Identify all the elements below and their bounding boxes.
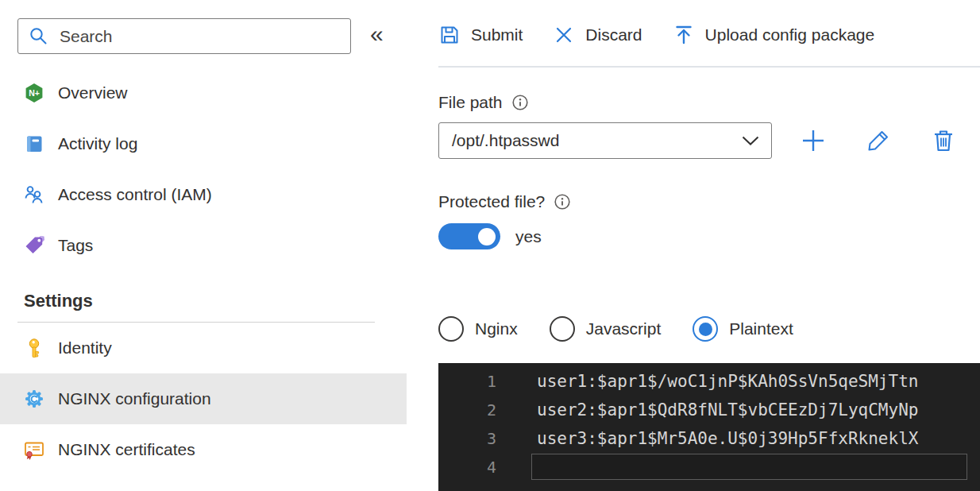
save-icon bbox=[438, 24, 461, 46]
sidebar-item-label: Tags bbox=[58, 236, 93, 255]
sidebar-item-nginx-certificates[interactable]: NGINX certificates bbox=[0, 424, 407, 475]
info-icon[interactable] bbox=[511, 94, 529, 111]
upload-icon bbox=[673, 24, 695, 46]
editor-line-current: 4 bbox=[438, 453, 980, 481]
toggle-knob bbox=[478, 228, 496, 246]
protected-file-label: Protected file? bbox=[438, 192, 545, 211]
upload-config-package-button[interactable]: Upload config package bbox=[673, 24, 875, 46]
certificate-icon bbox=[24, 439, 44, 460]
sidebar-item-activity-log[interactable]: Activity log bbox=[0, 118, 407, 169]
close-x-icon bbox=[553, 24, 575, 46]
file-path-value: /opt/.htpasswd bbox=[452, 131, 559, 150]
radio-circle bbox=[438, 316, 464, 342]
radio-label: Plaintext bbox=[729, 319, 793, 338]
sidebar-nav: N+ Overview Activity log Access control … bbox=[0, 68, 407, 475]
activity-log-icon bbox=[24, 133, 44, 154]
sidebar-item-nginx-configuration[interactable]: NGINX configuration bbox=[0, 373, 407, 424]
add-file-button[interactable] bbox=[799, 126, 828, 155]
file-path-actions bbox=[799, 126, 958, 155]
editor-current-line-box bbox=[531, 454, 967, 480]
command-bar: Submit Discard Upload config package bbox=[438, 21, 980, 48]
file-path-label: File path bbox=[438, 93, 503, 112]
svg-text:N+: N+ bbox=[29, 88, 40, 98]
file-path-dropdown[interactable]: /opt/.htpasswd bbox=[438, 122, 772, 159]
sidebar-item-access-control[interactable]: Access control (IAM) bbox=[0, 169, 407, 220]
protected-file-label-row: Protected file? bbox=[438, 191, 980, 212]
code-editor[interactable]: 1 user1:$apr1$/woC1jnP$KAh0SsVn5qeSMjTtn… bbox=[438, 363, 980, 491]
nginx-logo-icon: N+ bbox=[24, 83, 44, 103]
chevron-down-icon bbox=[742, 136, 759, 145]
search-icon bbox=[29, 26, 49, 47]
discard-label: Discard bbox=[585, 25, 642, 44]
protected-file-toggle-row: yes bbox=[438, 223, 980, 249]
key-icon bbox=[24, 338, 44, 358]
sidebar-item-identity[interactable]: Identity bbox=[0, 323, 407, 373]
editor-line: 3 user3:$apr1$Mr5A0e.U$0j39Hp5FfxRkneklX bbox=[438, 424, 980, 453]
line-content: user2:$apr1$QdR8fNLT$vbCEEzDj7LyqCMyNp bbox=[537, 400, 918, 419]
toolbar-divider bbox=[438, 66, 980, 68]
radio-plaintext[interactable]: Plaintext bbox=[693, 316, 793, 342]
upload-label: Upload config package bbox=[705, 25, 875, 44]
settings-section-header: Settings bbox=[0, 271, 407, 322]
sidebar-item-tags[interactable]: Tags bbox=[0, 220, 407, 271]
radio-nginx[interactable]: Nginx bbox=[438, 316, 518, 342]
line-number: 1 bbox=[438, 372, 496, 391]
sidebar-item-label: Identity bbox=[58, 338, 112, 358]
nginx-configuration-page: « N+ Overview Activity log Access contro… bbox=[0, 0, 980, 491]
search-input[interactable] bbox=[60, 27, 341, 46]
line-content: user3:$apr1$Mr5A0e.U$0j39Hp5FfxRkneklX bbox=[537, 429, 918, 448]
tags-icon bbox=[24, 235, 44, 256]
sidebar-item-label: NGINX configuration bbox=[58, 389, 211, 408]
syntax-radio-group: Nginx Javascript Plaintext bbox=[438, 316, 980, 342]
gear-sync-icon bbox=[24, 389, 44, 409]
radio-label: Nginx bbox=[475, 319, 518, 338]
radio-label: Javascript bbox=[586, 319, 662, 338]
edit-file-button[interactable] bbox=[864, 126, 893, 155]
search-box[interactable] bbox=[17, 18, 351, 54]
line-number: 4 bbox=[438, 458, 496, 477]
radio-circle bbox=[550, 316, 575, 342]
sidebar-item-label: NGINX certificates bbox=[58, 440, 195, 459]
info-icon[interactable] bbox=[554, 193, 571, 211]
editor-line: 1 user1:$apr1$/woC1jnP$KAh0SsVn5qeSMjTtn bbox=[438, 367, 980, 396]
access-control-icon bbox=[24, 184, 44, 205]
radio-circle-selected bbox=[693, 316, 718, 342]
sidebar-search-row: « bbox=[0, 18, 407, 54]
sidebar-item-label: Activity log bbox=[58, 134, 137, 153]
sidebar-item-overview[interactable]: N+ Overview bbox=[0, 68, 407, 118]
discard-button[interactable]: Discard bbox=[553, 24, 642, 46]
file-path-label-row: File path bbox=[438, 91, 980, 113]
protected-file-toggle[interactable] bbox=[438, 223, 500, 249]
line-content: user1:$apr1$/woC1jnP$KAh0SsVn5qeSMjTtn bbox=[537, 372, 918, 391]
line-number: 3 bbox=[438, 429, 496, 448]
sidebar-item-label: Access control (IAM) bbox=[58, 185, 212, 204]
sidebar: « N+ Overview Activity log Access contro… bbox=[0, 0, 407, 491]
radio-javascript[interactable]: Javascript bbox=[550, 316, 662, 342]
submit-label: Submit bbox=[471, 25, 523, 44]
file-path-row: /opt/.htpasswd bbox=[438, 122, 980, 159]
sidebar-item-label: Overview bbox=[58, 83, 128, 102]
delete-file-button[interactable] bbox=[929, 126, 958, 155]
submit-button[interactable]: Submit bbox=[438, 24, 523, 46]
main-content: Submit Discard Upload config package Fil… bbox=[438, 0, 980, 491]
editor-line: 2 user2:$apr1$QdR8fNLT$vbCEEzDj7LyqCMyNp bbox=[438, 396, 980, 424]
line-number: 2 bbox=[438, 400, 496, 419]
toggle-state-label: yes bbox=[515, 227, 542, 246]
collapse-sidebar-icon[interactable]: « bbox=[370, 22, 384, 51]
